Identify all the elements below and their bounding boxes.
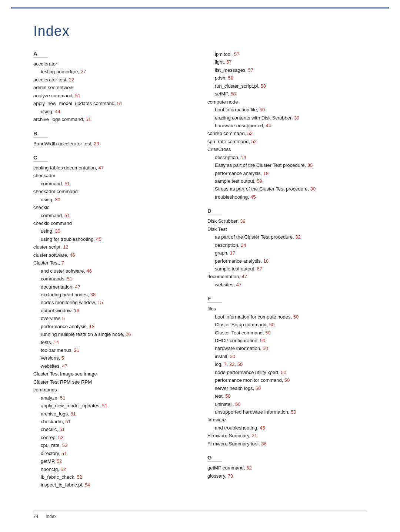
index-entry: getMP, 52 — [33, 457, 193, 465]
page-num: 67 — [257, 266, 262, 272]
page-num: 58 — [230, 91, 236, 97]
page-num: 47 — [236, 282, 241, 287]
page-num: 50 — [284, 377, 290, 383]
index-entry: Cluster Setup command, 50 — [207, 321, 367, 329]
page-num: 50 — [293, 314, 299, 320]
page-num: 47 — [62, 363, 67, 369]
index-entry: nodes monitoring window, 15 — [33, 299, 193, 306]
index-entry: files — [207, 305, 367, 313]
index-entry: ib_fabric_check, 52 — [33, 473, 193, 481]
page-num: 22 — [69, 77, 74, 83]
index-entry: description, 14 — [207, 154, 367, 161]
page-num: 32 — [295, 234, 300, 240]
page-num: 21 — [252, 433, 257, 438]
page-num: 7 — [224, 361, 227, 367]
index-entry: checkadm command — [33, 188, 193, 195]
index-entry: commands — [33, 386, 193, 394]
page-num: 26 — [126, 331, 131, 337]
index-entry: as part of the Cluster Test procedure, 3… — [207, 233, 367, 241]
index-entry: inspect_ib_fabric.pl, 54 — [33, 481, 193, 489]
page-num: 5 — [61, 355, 64, 361]
index-entry: cluster script, 12 — [33, 243, 193, 251]
index-entry: performance analysis, 18 — [207, 169, 367, 177]
page-num: 51 — [75, 93, 80, 98]
index-entry: accelerator — [33, 60, 193, 68]
index-entry: websites, 47 — [207, 281, 367, 289]
page-num: 57 — [248, 67, 253, 73]
page-num: 59 — [257, 178, 262, 184]
index-entry: commands, 51 — [33, 275, 193, 283]
index-entry: boot information file, 50 — [207, 106, 367, 114]
index-entry: log, 7, 22, 50 — [207, 360, 367, 368]
page-num: 51 — [65, 419, 70, 424]
index-entry: using for troubleshooting, 45 — [33, 235, 193, 243]
index-entry: checkic command — [33, 219, 193, 227]
page-num: 52 — [58, 435, 63, 440]
index-entry: testing procedure, 27 — [33, 68, 193, 75]
index-entry: conrep, 52 — [33, 434, 193, 441]
index-entry: performance analysis, 18 — [207, 257, 367, 265]
page-num: 50 — [265, 330, 270, 336]
index-entry: compute node — [207, 98, 367, 106]
index-entry: unsupported hardware information, 50 — [207, 408, 367, 416]
index-entry: versions, 5 — [33, 354, 193, 362]
page-num: 30 — [307, 162, 313, 168]
index-entry: install, 50 — [207, 353, 367, 360]
index-entry: hardware unsupported, 44 — [207, 122, 367, 129]
index-entry: cluster software, 46 — [33, 251, 193, 259]
index-section: GgetMP command, 52glossary, 73 — [207, 454, 367, 480]
page-title: Index — [33, 23, 367, 39]
page-num: 51 — [64, 213, 70, 218]
index-entry: Firmware Summary tool, 36 — [207, 440, 367, 448]
index-entry: CrissCross — [207, 145, 367, 153]
page-num: 50 — [256, 385, 261, 391]
page-num: 14 — [241, 155, 246, 160]
page-footer: 74 Index — [33, 511, 367, 519]
footer-page-number: 74 — [33, 514, 38, 519]
page-num: 58 — [228, 75, 233, 81]
index-entry: pdsh, 58 — [207, 74, 367, 82]
page-num: 30 — [310, 186, 316, 192]
index-entry: analyze, 51 — [33, 394, 193, 402]
index-entry: command, 51 — [33, 180, 193, 188]
index-entry: overview, 5 — [33, 314, 193, 322]
page-num: 12 — [63, 244, 68, 250]
page-num: 51 — [70, 411, 76, 417]
index-entry: directory, 51 — [33, 449, 193, 457]
index-entry: Stress as part of the Cluster Test proce… — [207, 185, 367, 193]
index-entry: Firmware Summary, 21 — [207, 432, 367, 440]
index-entry: light, 57 — [207, 58, 367, 66]
index-entry: hponcfg, 52 — [33, 465, 193, 473]
page-num: 51 — [61, 451, 67, 456]
section-letter: A — [33, 50, 48, 58]
page-num: 47 — [99, 165, 104, 171]
page-num: 14 — [241, 242, 246, 248]
page-num: 52 — [61, 467, 66, 472]
index-entry: BandWidth accelerator test, 29 — [33, 140, 193, 148]
index-entry: cpu_rate, 52 — [33, 441, 193, 449]
page-num: 50 — [269, 322, 274, 327]
index-entry: performance analysis, 18 — [33, 323, 193, 330]
index-section: DDisk Scrubber, 39Disk Testas part of th… — [207, 208, 367, 289]
index-entry: apply_new_model_updates command, 51 — [33, 100, 193, 107]
page-num: 50 — [260, 107, 265, 112]
page-num: 51 — [64, 181, 70, 186]
page-num: 50 — [235, 401, 240, 407]
index-entry: Cluster Test command, 50 — [207, 329, 367, 337]
index-entry: getMP command, 52 — [207, 464, 367, 472]
page-num: 58 — [261, 83, 266, 89]
page-num: 22 — [229, 361, 234, 367]
index-entry: conrep command, 52 — [207, 129, 367, 137]
index-entry: websites, 47 — [33, 362, 193, 370]
page-num: 47 — [75, 284, 80, 290]
index-entry: sample test output, 59 — [207, 177, 367, 185]
index-entry: checkic — [33, 203, 193, 211]
page-num: 51 — [60, 427, 65, 432]
page-num: 50 — [291, 409, 296, 415]
section-letter: D — [207, 208, 222, 215]
section-letter: F — [207, 295, 222, 303]
index-entry: documentation, 47 — [207, 273, 367, 280]
page-num: 21 — [74, 347, 79, 353]
page-num: 39 — [294, 115, 299, 121]
index-entry: checkadm, 51 — [33, 418, 193, 425]
